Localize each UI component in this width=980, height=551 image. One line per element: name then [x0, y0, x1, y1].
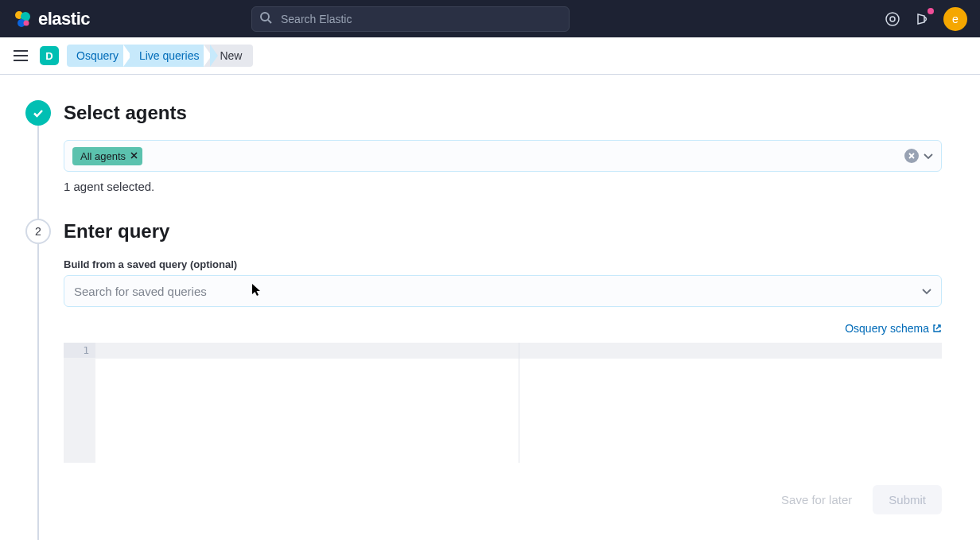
editor-line-number: 1: [64, 343, 95, 358]
osquery-schema-link[interactable]: Osquery schema: [845, 322, 942, 335]
newsfeed-icon[interactable]: [913, 10, 932, 29]
svg-point-6: [886, 13, 899, 25]
editor-gutter: 1: [64, 343, 95, 463]
step-select-agents: Select agents All agents 1 a: [25, 100, 942, 219]
query-editor[interactable]: 1: [64, 342, 942, 463]
svg-line-15: [936, 325, 940, 329]
agent-count-text: 1 agent selected.: [64, 180, 942, 193]
form-footer: Save for later Submit: [64, 485, 942, 514]
step2-number: 2: [35, 225, 41, 238]
saved-query-selector[interactable]: Search for saved queries: [64, 275, 942, 307]
editor-pane-divider: [519, 343, 519, 463]
schema-link-text: Osquery schema: [845, 322, 929, 335]
menu-toggle-icon[interactable]: [10, 45, 32, 67]
space-letter: D: [45, 50, 52, 62]
avatar-letter: e: [952, 13, 959, 25]
step1-status-icon: [25, 100, 51, 126]
mouse-cursor-icon: [252, 284, 262, 299]
brand-text: elastic: [38, 9, 90, 29]
global-search-input[interactable]: [251, 6, 570, 32]
page-body: Select agents All agents 1 a: [0, 75, 980, 551]
submit-button[interactable]: Submit: [873, 485, 942, 514]
breadcrumb-osquery[interactable]: Osquery: [67, 45, 130, 67]
notification-dot: [928, 8, 934, 14]
agent-selector-chevron-down-icon[interactable]: [924, 149, 933, 162]
steps-wizard: Select agents All agents 1 a: [25, 100, 942, 540]
step2-number-badge: 2: [25, 219, 51, 244]
saved-query-label: Build from a saved query (optional): [64, 258, 942, 270]
editor-code-area[interactable]: [95, 343, 942, 463]
help-icon[interactable]: [883, 10, 902, 29]
agent-chip-label: All agents: [80, 150, 126, 162]
space-selector[interactable]: D: [40, 46, 59, 65]
agent-selector[interactable]: All agents: [64, 140, 942, 172]
breadcrumbs: Osquery Live queries New: [67, 45, 253, 67]
agent-chip-all: All agents: [72, 147, 142, 165]
svg-point-3: [24, 20, 29, 25]
top-navbar: elastic e: [0, 0, 980, 37]
elastic-logo[interactable]: elastic: [13, 9, 90, 29]
step-enter-query: 2 Enter query Build from a saved query (…: [25, 219, 942, 540]
step1-title: Select agents: [64, 100, 942, 126]
user-avatar[interactable]: e: [943, 7, 967, 31]
svg-point-4: [261, 13, 269, 21]
search-icon: [259, 11, 272, 27]
clear-selection-icon[interactable]: [904, 149, 919, 163]
topbar-right-group: e: [883, 7, 967, 31]
breadcrumb-bar: D Osquery Live queries New: [0, 37, 980, 75]
save-for-later-button[interactable]: Save for later: [781, 493, 852, 506]
schema-link-row: Osquery schema: [64, 321, 942, 336]
agent-selector-actions: [904, 149, 933, 163]
saved-query-chevron-down-icon[interactable]: [922, 285, 931, 297]
agent-chip-remove-icon[interactable]: [130, 151, 138, 161]
step2-title: Enter query: [64, 219, 942, 244]
global-search[interactable]: [251, 6, 570, 32]
svg-point-7: [890, 17, 895, 21]
check-icon: [32, 107, 45, 119]
svg-line-5: [268, 20, 271, 23]
external-link-icon: [932, 324, 942, 333]
saved-query-placeholder: Search for saved queries: [74, 285, 207, 298]
elastic-logo-icon: [13, 10, 32, 29]
